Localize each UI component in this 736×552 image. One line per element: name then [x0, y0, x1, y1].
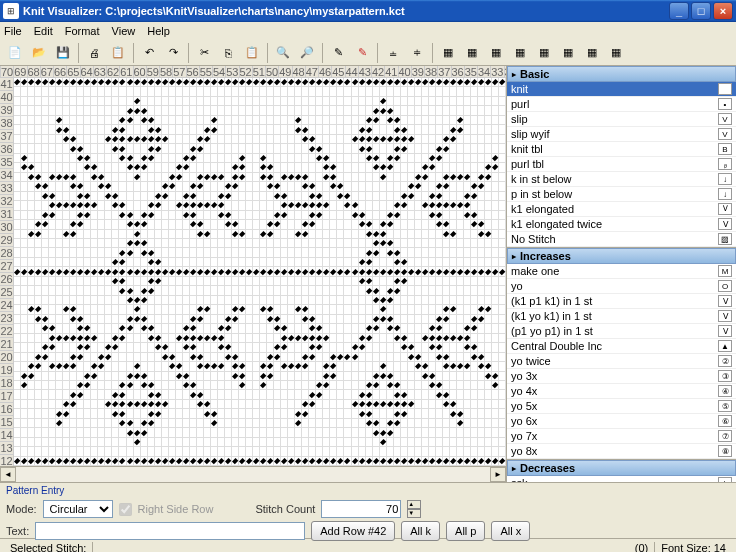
- menu-format[interactable]: Format: [65, 25, 100, 37]
- category-header[interactable]: ▸Increases: [507, 248, 736, 264]
- stitch-symbol-icon: O: [718, 280, 732, 292]
- app-icon: ⊞: [3, 3, 19, 19]
- chart-area[interactable]: 7069686766656463626160595857565554535251…: [0, 66, 506, 482]
- undo-icon[interactable]: ↶: [138, 42, 160, 64]
- stitch-item[interactable]: ssk\: [507, 476, 736, 482]
- text-label: Text:: [6, 525, 29, 537]
- add-row-button[interactable]: Add Row #42: [311, 521, 395, 541]
- stitch-symbol-icon: •: [718, 98, 732, 110]
- zoom-out-icon[interactable]: 🔎: [296, 42, 318, 64]
- eraser-icon[interactable]: ✎: [351, 42, 373, 64]
- stitch-symbol-icon: ↓: [718, 188, 732, 200]
- save-icon[interactable]: 💾: [52, 42, 74, 64]
- stitch-item[interactable]: purl tblᵦ: [507, 157, 736, 172]
- stitch-symbol-icon: ↓: [718, 173, 732, 185]
- pencil-icon[interactable]: ✎: [327, 42, 349, 64]
- align-left-icon[interactable]: ⫨: [382, 42, 404, 64]
- menu-help[interactable]: Help: [147, 25, 170, 37]
- stitch-symbol-icon: \: [718, 477, 732, 482]
- stitch-item[interactable]: knit tblB: [507, 142, 736, 157]
- grid3-icon[interactable]: ▦: [485, 42, 507, 64]
- stitch-item[interactable]: (k1 yo k1) in 1 stꓦ: [507, 309, 736, 324]
- stitch-item[interactable]: k1 elongatedᏙ: [507, 202, 736, 217]
- text-input[interactable]: [35, 522, 305, 540]
- stitch-item[interactable]: (k1 p1 k1) in 1 stꓦ: [507, 294, 736, 309]
- minimize-button[interactable]: _: [669, 2, 689, 20]
- new-icon[interactable]: 📄: [4, 42, 26, 64]
- open-icon[interactable]: 📂: [28, 42, 50, 64]
- stitch-item[interactable]: knit: [507, 82, 736, 97]
- grid1-icon[interactable]: ▦: [437, 42, 459, 64]
- stitch-symbol-icon: ꓦ: [718, 295, 732, 307]
- align-center-icon[interactable]: ⫩: [406, 42, 428, 64]
- chevron-right-icon: ▸: [512, 252, 516, 261]
- stitch-symbol-icon: Ꮩ: [718, 203, 732, 215]
- stitch-item[interactable]: yo 4x④: [507, 384, 736, 399]
- stitch-item[interactable]: slip wyifV: [507, 127, 736, 142]
- stitch-symbol-icon: ⑦: [718, 430, 732, 442]
- spinner-down-icon[interactable]: ▼: [407, 509, 421, 518]
- stitch-item[interactable]: Central Double Inc▲: [507, 339, 736, 354]
- chevron-right-icon: ▸: [512, 464, 516, 473]
- stitch-item[interactable]: slipV: [507, 112, 736, 127]
- stitch-symbol-icon: V: [718, 113, 732, 125]
- export-icon[interactable]: 📋: [107, 42, 129, 64]
- grid7-icon[interactable]: ▦: [581, 42, 603, 64]
- category-header[interactable]: ▸Decreases: [507, 460, 736, 476]
- menu-bar: File Edit Format View Help: [0, 22, 736, 40]
- stitch-item[interactable]: purl•: [507, 97, 736, 112]
- stitch-symbol-icon: M: [718, 265, 732, 277]
- stitch-symbol-icon: ⑥: [718, 415, 732, 427]
- toolbar: 📄 📂 💾 🖨 📋 ↶ ↷ ✂ ⎘ 📋 🔍 🔎 ✎ ✎ ⫨ ⫩ ▦ ▦ ▦ ▦ …: [0, 40, 736, 66]
- stitch-item[interactable]: yo 8x⑧: [507, 444, 736, 459]
- stitch-count-input[interactable]: [321, 500, 401, 518]
- stitch-symbol-icon: [718, 83, 732, 95]
- scroll-left-icon[interactable]: ◄: [0, 467, 16, 482]
- grid4-icon[interactable]: ▦: [509, 42, 531, 64]
- maximize-button[interactable]: □: [691, 2, 711, 20]
- stitch-count-label: Stitch Count: [255, 503, 315, 515]
- stitch-item[interactable]: k in st below↓: [507, 172, 736, 187]
- menu-file[interactable]: File: [4, 25, 22, 37]
- stitch-item[interactable]: k1 elongated twiceꓦ: [507, 217, 736, 232]
- stitch-item[interactable]: yo 5x⑤: [507, 399, 736, 414]
- mode-select[interactable]: Circular: [43, 500, 113, 518]
- stitch-item[interactable]: yo twice②: [507, 354, 736, 369]
- stitch-symbol-icon: ᵦ: [718, 158, 732, 170]
- grid5-icon[interactable]: ▦: [533, 42, 555, 64]
- all-p-button[interactable]: All p: [446, 521, 485, 541]
- redo-icon[interactable]: ↷: [162, 42, 184, 64]
- stitch-item[interactable]: yoO: [507, 279, 736, 294]
- stitch-symbol-icon: ④: [718, 385, 732, 397]
- menu-view[interactable]: View: [112, 25, 136, 37]
- category-header[interactable]: ▸Basic: [507, 66, 736, 82]
- stitch-item[interactable]: yo 3x③: [507, 369, 736, 384]
- stitch-symbol-icon: ꓦ: [718, 310, 732, 322]
- horizontal-scrollbar[interactable]: ◄ ►: [0, 466, 506, 482]
- window-title: Knit Visualizer: C:\projects\KnitVisuali…: [23, 5, 669, 17]
- stitch-item[interactable]: (p1 yo p1) in 1 stꓦ: [507, 324, 736, 339]
- stitch-symbol-icon: ꓦ: [718, 325, 732, 337]
- grid8-icon[interactable]: ▦: [605, 42, 627, 64]
- zoom-in-icon[interactable]: 🔍: [272, 42, 294, 64]
- close-button[interactable]: ×: [713, 2, 733, 20]
- stitch-item[interactable]: No Stitch▨: [507, 232, 736, 247]
- all-k-button[interactable]: All k: [401, 521, 440, 541]
- all-x-button[interactable]: All x: [491, 521, 530, 541]
- print-icon[interactable]: 🖨: [83, 42, 105, 64]
- scroll-right-icon[interactable]: ►: [490, 467, 506, 482]
- copy-icon[interactable]: ⎘: [217, 42, 239, 64]
- stitch-symbol-icon: ③: [718, 370, 732, 382]
- stitch-item[interactable]: yo 6x⑥: [507, 414, 736, 429]
- cut-icon[interactable]: ✂: [193, 42, 215, 64]
- grid6-icon[interactable]: ▦: [557, 42, 579, 64]
- stitch-item[interactable]: yo 7x⑦: [507, 429, 736, 444]
- grid2-icon[interactable]: ▦: [461, 42, 483, 64]
- paste-icon[interactable]: 📋: [241, 42, 263, 64]
- stitch-item[interactable]: p in st below↓: [507, 187, 736, 202]
- stitch-item[interactable]: make oneM: [507, 264, 736, 279]
- rsr-checkbox: [119, 503, 132, 516]
- menu-edit[interactable]: Edit: [34, 25, 53, 37]
- pattern-entry-title: Pattern Entry: [6, 485, 730, 496]
- spinner-up-icon[interactable]: ▲: [407, 500, 421, 509]
